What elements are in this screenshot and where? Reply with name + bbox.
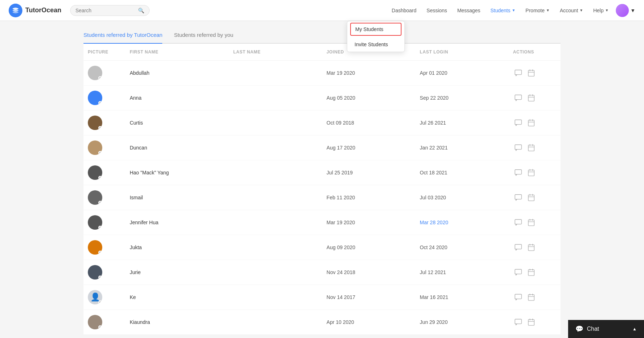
student-avatar: 👤 bbox=[88, 290, 102, 304]
student-avatar-cell bbox=[83, 86, 125, 110]
nav-promote[interactable]: Promote ▼ bbox=[521, 5, 554, 16]
dropdown-my-students[interactable]: My Students bbox=[350, 23, 402, 36]
student-first-name: Curtis bbox=[125, 110, 229, 135]
students-table: PICTURE FIRST NAME LAST NAME JOINED LAST… bbox=[83, 44, 561, 335]
student-joined: Mar 19 2020 bbox=[322, 210, 416, 235]
svg-rect-21 bbox=[515, 170, 521, 174]
student-joined: Jul 25 2019 bbox=[322, 160, 416, 185]
table-row: Kiaundra Apr 10 2020 Jun 29 2020 bbox=[83, 310, 561, 335]
student-avatar-cell bbox=[83, 110, 125, 135]
student-joined: Mar 19 2020 bbox=[322, 61, 416, 86]
svg-rect-37 bbox=[528, 245, 534, 251]
student-avatar bbox=[88, 116, 102, 130]
calendar-icon[interactable] bbox=[526, 267, 536, 277]
calendar-icon[interactable] bbox=[526, 192, 536, 203]
svg-rect-16 bbox=[515, 145, 521, 150]
user-avatar-area[interactable]: ▼ bbox=[616, 4, 635, 17]
status-dot-icon bbox=[98, 300, 102, 304]
student-first-name: Hao "Mack" Yang bbox=[125, 160, 229, 185]
message-icon[interactable] bbox=[513, 317, 523, 327]
student-avatar bbox=[88, 165, 102, 180]
message-icon[interactable] bbox=[513, 143, 523, 153]
nav-sessions[interactable]: Sessions bbox=[422, 5, 451, 16]
nav-dashboard[interactable]: Dashboard bbox=[387, 5, 421, 16]
student-avatar bbox=[88, 91, 102, 105]
student-avatar-cell bbox=[83, 61, 125, 86]
svg-rect-51 bbox=[515, 319, 521, 324]
calendar-icon[interactable] bbox=[526, 242, 536, 252]
header: TutorOcean 🔍 Dashboard Sessions Messages… bbox=[0, 0, 644, 21]
col-picture: PICTURE bbox=[83, 44, 125, 61]
student-joined: Aug 17 2020 bbox=[322, 135, 416, 160]
calendar-icon[interactable] bbox=[526, 143, 536, 153]
calendar-icon[interactable] bbox=[526, 217, 536, 228]
table-row: Anna Aug 05 2020 Sep 22 2020 bbox=[83, 86, 561, 110]
svg-rect-11 bbox=[515, 120, 521, 125]
nav-account[interactable]: Account ▼ bbox=[555, 5, 588, 16]
calendar-icon[interactable] bbox=[526, 317, 536, 327]
search-input[interactable] bbox=[76, 8, 135, 13]
table-row: Ismail Feb 11 2020 Jul 03 2020 bbox=[83, 185, 561, 210]
student-actions bbox=[509, 210, 561, 235]
svg-rect-17 bbox=[528, 145, 534, 151]
student-last-name bbox=[229, 260, 322, 285]
message-icon[interactable] bbox=[513, 192, 523, 203]
message-icon[interactable] bbox=[513, 168, 523, 178]
main-content: Students referred by TutorOcean Students… bbox=[69, 27, 575, 335]
student-actions bbox=[509, 110, 561, 135]
student-actions bbox=[509, 135, 561, 160]
student-avatar-cell bbox=[83, 135, 125, 160]
calendar-icon[interactable] bbox=[526, 168, 536, 178]
action-icons bbox=[513, 68, 556, 78]
message-icon[interactable] bbox=[513, 93, 523, 103]
student-avatar bbox=[88, 190, 102, 205]
message-icon[interactable] bbox=[513, 267, 523, 277]
svg-rect-31 bbox=[515, 220, 521, 224]
calendar-icon[interactable] bbox=[526, 68, 536, 78]
message-icon[interactable] bbox=[513, 217, 523, 228]
message-icon[interactable] bbox=[513, 292, 523, 302]
nav-help[interactable]: Help ▼ bbox=[589, 5, 613, 16]
student-avatar bbox=[88, 265, 102, 280]
student-last-name bbox=[229, 135, 322, 160]
message-icon[interactable] bbox=[513, 118, 523, 128]
chat-bar[interactable]: 💬 Chat ▲ bbox=[568, 320, 644, 335]
tab-tutor-ocean-referred[interactable]: Students referred by TutorOcean bbox=[83, 27, 162, 44]
message-icon[interactable] bbox=[513, 68, 523, 78]
search-icon: 🔍 bbox=[138, 8, 144, 13]
action-icons bbox=[513, 292, 556, 302]
student-avatar-cell bbox=[83, 260, 125, 285]
logo[interactable]: TutorOcean bbox=[9, 4, 61, 17]
status-dot-icon bbox=[98, 201, 102, 204]
nav-messages[interactable]: Messages bbox=[453, 5, 485, 16]
dropdown-invite-students[interactable]: Invite Students bbox=[347, 37, 404, 52]
svg-rect-42 bbox=[528, 270, 534, 276]
student-last-name bbox=[229, 285, 322, 310]
student-last-login: Jul 03 2020 bbox=[416, 185, 509, 210]
student-first-name: Duncan bbox=[125, 135, 229, 160]
status-dot-icon bbox=[98, 126, 102, 130]
student-avatar-cell bbox=[83, 210, 125, 235]
svg-rect-7 bbox=[528, 95, 534, 101]
svg-rect-22 bbox=[528, 170, 534, 176]
help-chevron-icon: ▼ bbox=[605, 8, 609, 12]
svg-rect-6 bbox=[515, 95, 521, 100]
student-avatar-cell bbox=[83, 160, 125, 185]
student-avatar-cell bbox=[83, 235, 125, 260]
table-row: Jennifer Hua Mar 19 2020 Mar 28 2020 bbox=[83, 210, 561, 235]
tab-you-referred[interactable]: Students referred by you bbox=[174, 27, 233, 44]
search-bar[interactable]: 🔍 bbox=[70, 5, 150, 16]
calendar-icon[interactable] bbox=[526, 93, 536, 103]
avatar-chevron-icon: ▼ bbox=[630, 8, 635, 13]
students-dropdown: My Students Invite Students bbox=[347, 21, 405, 52]
nav-students[interactable]: Students ▼ bbox=[486, 5, 520, 16]
student-avatar-cell bbox=[83, 185, 125, 210]
col-actions: ACTIONS bbox=[509, 44, 561, 61]
student-first-name: Jurie bbox=[125, 260, 229, 285]
message-icon[interactable] bbox=[513, 242, 523, 252]
svg-rect-27 bbox=[528, 195, 534, 201]
calendar-icon[interactable] bbox=[526, 118, 536, 128]
logo-text: TutorOcean bbox=[25, 6, 61, 14]
calendar-icon[interactable] bbox=[526, 292, 536, 302]
svg-rect-12 bbox=[528, 120, 534, 126]
